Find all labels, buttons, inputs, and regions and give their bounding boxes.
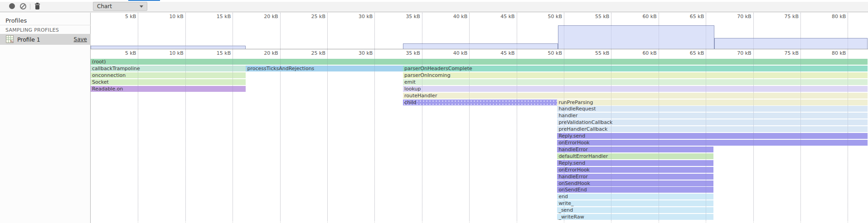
flame-bar[interactable]: onSendEnd	[557, 187, 713, 193]
flame-bar-label: routeHandler	[404, 93, 437, 99]
flame-bar[interactable]: preValidationCallback	[557, 119, 868, 125]
flame-bar-label: lookup	[404, 86, 421, 92]
overview-ruler-label: 40 kB	[436, 14, 467, 19]
flame-bar[interactable]: defaultErrorHandler	[557, 153, 713, 159]
gridline-dotted	[138, 13, 138, 221]
overview-ruler-label: 25 kB	[294, 14, 325, 19]
trash-icon[interactable]	[34, 3, 40, 10]
overview-ruler-label: 45 kB	[483, 14, 515, 19]
view-mode-value: Chart	[97, 3, 112, 9]
flame-bar[interactable]: runPreParsing	[557, 100, 868, 105]
profile-list-item[interactable]: % Profile 1 Save	[0, 34, 91, 45]
flame-bar[interactable]: handler	[557, 113, 868, 119]
record-icon[interactable]	[9, 3, 15, 9]
flame-bar[interactable]: write_	[557, 200, 713, 206]
overview-step[interactable]	[714, 38, 868, 49]
save-profile-link[interactable]: Save	[74, 36, 87, 43]
flame-bar[interactable]: emit	[403, 79, 868, 85]
overview-ruler-label: 50 kB	[530, 14, 562, 19]
flame-bar[interactable]: routeHandler	[403, 93, 868, 99]
gridline-dotted	[800, 13, 801, 221]
gridline-dotted	[706, 13, 706, 221]
ruler-label: 20 kB	[247, 50, 278, 56]
flame-bar[interactable]: (root)	[91, 59, 868, 65]
flame-bar[interactable]: handleRequest	[557, 106, 868, 112]
ruler-label: 80 kB	[814, 50, 846, 56]
flame-bar[interactable]: handleError	[557, 174, 713, 180]
flame-bar[interactable]: callbackTrampoline	[91, 66, 246, 71]
ruler-label: 65 kB	[672, 50, 704, 56]
ruler-label: 50 kB	[530, 50, 562, 56]
flame-bar-label: preHandlerCallback	[558, 126, 607, 132]
flame-bar[interactable]: lookup	[403, 86, 868, 92]
clear-all-icon[interactable]	[20, 3, 26, 9]
gridline-dotted	[848, 13, 848, 221]
flame-bar[interactable]: Reply.send	[557, 133, 868, 139]
ruler-label: 70 kB	[720, 50, 752, 56]
overview-ruler-label: 5 kB	[104, 14, 136, 19]
toolbar-separator	[30, 4, 30, 9]
overview-ruler-label: 70 kB	[720, 14, 752, 19]
flame-bar[interactable]: end	[557, 194, 713, 199]
flame-bar[interactable]: preHandlerCallback	[557, 126, 868, 132]
toolbar: Chart	[0, 0, 868, 13]
ruler-label: 35 kB	[388, 50, 420, 56]
flame-bar-label: _send	[558, 207, 573, 213]
flame-bar-label: processTicksAndRejections	[247, 66, 314, 71]
flame-bar[interactable]: onErrorHook	[557, 167, 713, 173]
ruler-label: 45 kB	[483, 50, 515, 56]
gridline-dotted	[659, 13, 659, 221]
flame-bar-label: onErrorHook	[558, 167, 590, 173]
flame-bar-label: callbackTrampoline	[92, 66, 140, 71]
flame-bar-label: (root)	[92, 59, 106, 65]
overview-ruler-label: 55 kB	[577, 14, 609, 19]
flame-bar-label: Reply.send	[558, 133, 585, 139]
flame-bar[interactable]: _send	[557, 207, 713, 213]
flame-bar-label: defaultErrorHandler	[558, 153, 608, 159]
flame-bar[interactable]: Reply.send	[557, 160, 713, 166]
gridline-dotted	[327, 13, 328, 221]
flame-bar-label: onSendEnd	[558, 187, 587, 193]
overview-ruler-label: 20 kB	[247, 14, 278, 19]
profile-name: Profile 1	[17, 36, 40, 43]
flame-bar-label: handler	[558, 113, 577, 119]
flame-chart-pane: 5 kB5 kB10 kB10 kB15 kB15 kB20 kB20 kB25…	[91, 13, 868, 223]
gridline-dotted	[517, 13, 517, 221]
flame-bar[interactable]: parserOnHeadersComplete	[403, 66, 868, 71]
flame-bar[interactable]: Readable.on	[91, 86, 246, 92]
gridline-dotted	[611, 13, 611, 221]
active-tab-indicator	[128, 0, 160, 1]
sidebar-title: Profiles	[5, 17, 27, 24]
overview-step[interactable]	[558, 25, 714, 49]
sidebar-divider	[0, 25, 91, 25]
overview-ruler-label: 75 kB	[767, 14, 799, 19]
flame-bar[interactable]: onSendHook	[557, 180, 713, 186]
flame-bar-label: write_	[558, 200, 573, 206]
flame-bar[interactable]: Socket	[91, 79, 246, 85]
flame-bar[interactable]: handleError	[557, 147, 713, 152]
overview-ruler-label: 80 kB	[814, 14, 846, 19]
gridline-dotted	[185, 13, 186, 221]
gridline-dotted	[374, 13, 375, 221]
overview-ruler-label: 35 kB	[388, 14, 420, 19]
flame-bar[interactable]: child	[403, 100, 557, 105]
flame-bar-label: _writeRaw	[558, 214, 584, 220]
gridline-dotted	[422, 13, 422, 221]
gridline-dotted	[280, 13, 281, 221]
flame-bar[interactable]: _writeRaw	[557, 214, 713, 220]
ruler-label: 55 kB	[577, 50, 609, 56]
view-mode-select[interactable]: Chart	[93, 2, 147, 11]
flame-bar-label: handleError	[558, 147, 587, 152]
flame-bar-label: Socket	[92, 79, 109, 85]
flame-bar[interactable]: onconnection	[91, 72, 246, 78]
overview-step[interactable]	[403, 43, 558, 49]
flame-bar-label: child	[404, 100, 416, 105]
flame-bar-label: parserOnIncoming	[404, 72, 451, 78]
flame-bar[interactable]: processTicksAndRejections	[246, 66, 403, 71]
flame-bar[interactable]: parserOnIncoming	[403, 72, 868, 78]
overview-ruler-label: 10 kB	[152, 14, 184, 19]
overview-step[interactable]	[91, 46, 246, 49]
flame-bar[interactable]: onErrorHook	[557, 140, 868, 146]
ruler-label: 40 kB	[436, 50, 467, 56]
profile-icon: %	[6, 35, 14, 43]
